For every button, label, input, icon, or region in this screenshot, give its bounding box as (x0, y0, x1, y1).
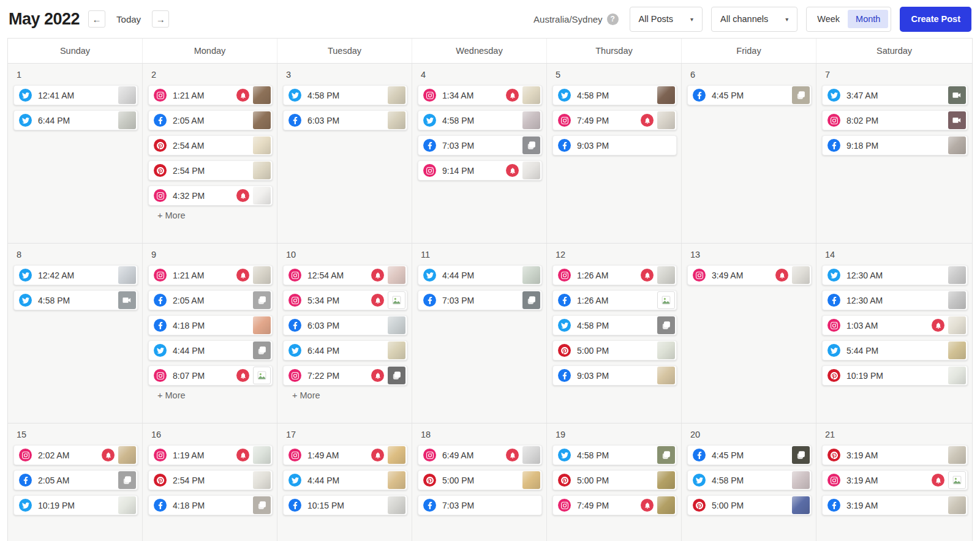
post-item[interactable]: 6:44 PM (283, 340, 407, 360)
post-item[interactable]: 2:54 AM (148, 135, 273, 155)
post-item[interactable]: 2:02 AM (13, 445, 138, 465)
week-view-button[interactable]: Week (809, 10, 848, 28)
more-link[interactable]: + More (277, 390, 412, 400)
post-item[interactable]: 7:03 PM (418, 135, 542, 155)
post-item[interactable]: 3:19 AM (822, 445, 968, 465)
post-item[interactable]: 1:26 AM (552, 265, 677, 285)
post-item[interactable]: 6:03 PM (283, 110, 407, 130)
post-item[interactable]: 4:18 PM (148, 315, 273, 335)
post-item[interactable]: 4:58 PM (552, 445, 677, 465)
day-cell-3[interactable]: 34:58 PM6:03 PM (277, 64, 412, 243)
month-view-button[interactable]: Month (848, 10, 888, 28)
post-item[interactable]: 12:54 AM (283, 265, 407, 285)
day-cell-18[interactable]: 186:49 AM5:00 PM7:03 PM (412, 423, 547, 541)
post-item[interactable]: 12:42 AM (13, 265, 138, 285)
post-item[interactable]: 12:30 AM (822, 265, 968, 285)
post-item[interactable]: 5:44 PM (822, 340, 968, 360)
post-item[interactable]: 3:19 AM (822, 495, 968, 515)
day-cell-20[interactable]: 204:45 PM4:58 PM5:00 PM (682, 423, 816, 541)
post-item[interactable]: 1:19 AM (148, 445, 273, 465)
post-item[interactable]: 1:03 AM (822, 315, 968, 335)
post-item[interactable]: 5:00 PM (418, 470, 542, 490)
day-cell-13[interactable]: 133:49 AM (682, 244, 816, 423)
post-item[interactable]: 8:07 PM (148, 365, 273, 386)
today-button[interactable]: Today (116, 14, 141, 24)
post-item[interactable]: 4:44 PM (283, 470, 407, 490)
post-item[interactable]: 1:49 AM (283, 445, 407, 465)
prev-month-button[interactable]: ← (88, 10, 105, 28)
post-item[interactable]: 4:58 PM (283, 85, 407, 105)
post-item[interactable]: 7:49 PM (552, 110, 677, 130)
post-item[interactable]: 4:44 PM (148, 340, 273, 360)
post-item[interactable]: 2:05 AM (13, 470, 138, 490)
next-month-button[interactable]: → (152, 10, 169, 28)
post-item[interactable]: 4:45 PM (687, 85, 812, 105)
day-cell-17[interactable]: 171:49 AM4:44 PM10:15 PM (277, 423, 412, 541)
channels-filter-dropdown[interactable]: All channels ▾ (711, 7, 797, 32)
post-item[interactable]: 8:02 PM (822, 110, 968, 130)
post-item[interactable]: 4:58 PM (418, 110, 542, 130)
day-cell-1[interactable]: 112:41 AM6:44 PM (8, 64, 143, 243)
post-item[interactable]: 10:19 PM (13, 495, 138, 515)
create-post-button[interactable]: Create Post (900, 7, 971, 32)
post-item[interactable]: 7:03 PM (418, 495, 542, 515)
post-item[interactable]: 6:44 PM (13, 110, 138, 130)
date-number: 12 (547, 250, 681, 259)
day-cell-11[interactable]: 114:44 PM7:03 PM (412, 244, 547, 423)
day-cell-19[interactable]: 194:58 PM5:00 PM7:49 PM (547, 423, 682, 541)
day-cell-9[interactable]: 91:21 AM2:05 AM4:18 PM4:44 PM8:07 PM+ Mo… (143, 244, 277, 423)
day-cell-5[interactable]: 54:58 PM7:49 PM9:03 PM (547, 64, 682, 243)
day-cell-8[interactable]: 812:42 AM4:58 PM (8, 244, 143, 423)
post-item[interactable]: 4:58 PM (13, 290, 138, 310)
post-item[interactable]: 9:03 PM (552, 135, 677, 155)
post-item[interactable]: 1:21 AM (148, 265, 273, 285)
post-item[interactable]: 10:19 PM (822, 365, 968, 386)
post-item[interactable]: 6:49 AM (418, 445, 542, 465)
post-item[interactable]: 9:14 PM (418, 160, 542, 181)
day-cell-10[interactable]: 1012:54 AM5:34 PM6:03 PM6:44 PM7:22 PM+ … (277, 244, 412, 423)
post-item[interactable]: 4:58 PM (552, 315, 677, 335)
post-item[interactable]: 7:49 PM (552, 495, 677, 515)
day-cell-21[interactable]: 213:19 AM3:19 AM3:19 AM (816, 423, 972, 541)
day-cell-2[interactable]: 21:21 AM2:05 AM2:54 AM2:54 PM4:32 PM+ Mo… (143, 64, 277, 243)
post-item[interactable]: 9:18 PM (822, 135, 968, 155)
post-item[interactable]: 6:03 PM (283, 315, 407, 335)
post-item[interactable]: 4:58 PM (552, 85, 677, 105)
post-item[interactable]: 4:58 PM (687, 470, 812, 490)
post-item[interactable]: 3:49 AM (687, 265, 812, 285)
day-cell-12[interactable]: 121:26 AM1:26 AM4:58 PM5:00 PM9:03 PM (547, 244, 682, 423)
post-item[interactable]: 7:03 PM (418, 290, 542, 310)
post-item[interactable]: 9:03 PM (552, 365, 677, 386)
day-cell-7[interactable]: 73:47 AM8:02 PM9:18 PM (816, 64, 972, 243)
post-item[interactable]: 3:47 AM (822, 85, 968, 105)
more-link[interactable]: + More (143, 390, 277, 400)
post-item[interactable]: 5:00 PM (687, 495, 812, 515)
post-item[interactable]: 5:00 PM (552, 340, 677, 360)
post-item[interactable]: 2:54 PM (148, 160, 273, 181)
post-item[interactable]: 1:21 AM (148, 85, 273, 105)
day-cell-16[interactable]: 161:19 AM2:54 PM4:18 PM (143, 423, 277, 541)
post-item[interactable]: 1:34 AM (418, 85, 542, 105)
post-item[interactable]: 4:44 PM (418, 265, 542, 285)
day-cell-4[interactable]: 41:34 AM4:58 PM7:03 PM9:14 PM (412, 64, 547, 243)
post-item[interactable]: 5:00 PM (552, 470, 677, 490)
more-link[interactable]: + More (143, 211, 277, 220)
posts-filter-dropdown[interactable]: All Posts ▾ (630, 7, 703, 32)
post-item[interactable]: 7:22 PM (283, 365, 407, 386)
help-icon[interactable]: ? (607, 13, 619, 25)
post-item[interactable]: 3:19 AM (822, 470, 968, 490)
post-item[interactable]: 2:05 AM (148, 110, 273, 130)
post-item[interactable]: 2:54 PM (148, 470, 273, 490)
post-item[interactable]: 2:05 AM (148, 290, 273, 310)
post-item[interactable]: 12:41 AM (13, 85, 138, 105)
day-cell-14[interactable]: 1412:30 AM12:30 AM1:03 AM5:44 PM10:19 PM (816, 244, 972, 423)
post-item[interactable]: 5:34 PM (283, 290, 407, 310)
post-item[interactable]: 4:32 PM (148, 185, 273, 206)
post-item[interactable]: 1:26 AM (552, 290, 677, 310)
day-cell-6[interactable]: 64:45 PM (682, 64, 816, 243)
post-item[interactable]: 10:15 PM (283, 495, 407, 515)
post-item[interactable]: 4:18 PM (148, 495, 273, 515)
day-cell-15[interactable]: 152:02 AM2:05 AM10:19 PM (8, 423, 143, 541)
post-item[interactable]: 4:45 PM (687, 445, 812, 465)
post-item[interactable]: 12:30 AM (822, 290, 968, 310)
